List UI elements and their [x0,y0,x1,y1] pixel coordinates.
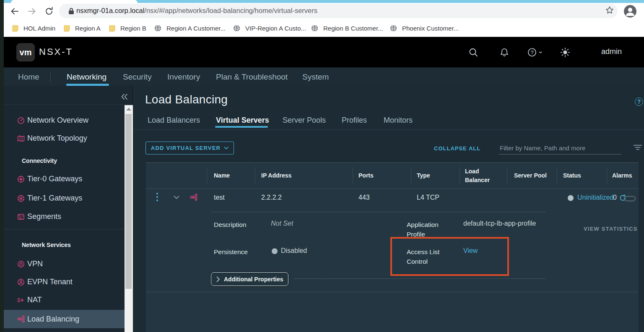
column-header-alarms[interactable]: Alarms [612,171,632,180]
bookmark-vip-region-a[interactable]: VIP-Region A Custo... [233,23,306,33]
column-header-ip-address[interactable]: IP Address [261,171,291,180]
bookmark-label: Phoenix Customer... [402,25,459,32]
bookmark-region-b-customer[interactable]: Region B Customer... [311,23,383,33]
row-menu-kebab-icon[interactable] [156,193,158,202]
column-divider [607,167,607,185]
tab-load-balancers[interactable]: Load Balancers [148,116,200,125]
sidebar-item-segments[interactable]: Segments [4,208,125,226]
filter-input[interactable] [499,142,621,154]
nav-tab-home[interactable]: Home [18,72,39,82]
help-glyph: ? [530,49,533,56]
browser-profile-avatar[interactable] [623,5,634,15]
bookmark-region-a[interactable]: Region A [64,23,101,33]
sidebar-scrollbar[interactable] [125,105,133,332]
add-virtual-server-label: ADD VIRTUAL SERVER [151,145,221,151]
description-value: Not Set [271,220,293,227]
page-title: Load Balancing [145,93,228,106]
url-domain: nsxmgr-01a.corp.local [76,7,144,14]
bookmark-region-b[interactable]: Region B [109,23,146,33]
row-ip-address: 2.2.2.2 [261,194,282,201]
nat-icon [17,296,25,304]
column-divider [507,167,507,185]
icon-glyph [17,296,25,304]
tab-virtual-servers[interactable]: Virtual Servers [216,116,269,125]
view-statistics-link[interactable]: VIEW STATISTICS [584,226,638,232]
help-menu-icon[interactable]: ? [527,47,538,57]
column-header-type[interactable]: Type [417,171,430,180]
bookmarks-bar: HOL Admin Region A Region B Region A Cus… [4,19,644,37]
icon-glyph [17,278,25,286]
collapse-all-button[interactable]: COLLAPSE ALL [434,145,480,152]
sidebar-item-evpn-tenant[interactable]: EVPN Tenant [4,273,125,291]
tab-profiles[interactable]: Profiles [342,116,367,125]
load-balancing-icon [17,315,25,323]
row-load-balancing-icon [190,193,198,201]
top-nav: Home Networking Security Inventory Plan … [4,67,644,86]
sidebar-item-network-overview[interactable]: Network Overview [4,111,125,129]
forward-button[interactable] [26,6,37,17]
bookmark-region-a-customer[interactable]: Region A Customer... [154,23,226,33]
theme-brightness-icon[interactable] [560,47,570,57]
column-header-ports[interactable]: Ports [358,171,374,180]
icon-glyph [174,196,179,199]
bookmark-label: VIP-Region A Custo... [245,25,306,32]
sidebar-item-tier0-gateways[interactable]: Tier-0 Gateways [4,170,125,188]
filter-icon[interactable] [634,145,642,152]
tier1-gateway-icon [17,195,25,202]
details-dotted-divider [293,278,545,279]
scrollbar-thumb[interactable] [125,114,132,289]
vmware-logo[interactable]: vm [16,43,35,62]
tier0-gateway-icon [17,175,25,183]
additional-properties-button[interactable]: Additional Properties [211,272,288,286]
search-icon[interactable] [468,47,478,57]
column-header-name[interactable]: Name [214,171,230,180]
scrollbar-up-arrow[interactable] [126,108,131,111]
row-expand-chevron-icon[interactable] [174,196,179,199]
column-header-load-balancer[interactable]: Load Balancer [465,167,499,185]
nav-tab-plan-troubleshoot[interactable]: Plan & Troubleshoot [216,72,288,82]
notifications-bell-icon[interactable] [499,47,509,57]
bookmark-phoenix-customer[interactable]: Phoenix Customer... [390,23,459,33]
column-divider [353,167,353,185]
virtual-servers-table: Name IP Address Ports Type Load Balancer… [146,162,639,332]
column-divider [460,167,460,185]
reload-button[interactable] [44,6,55,17]
user-menu[interactable]: admin [601,47,622,56]
bookmark-star-icon[interactable] [605,5,616,16]
tab-server-pools[interactable]: Server Pools [283,116,326,125]
nav-tab-security[interactable]: Security [123,72,152,82]
bookmark-label: Region B [120,25,146,32]
globe-icon [233,25,240,32]
sidebar-item-label: Load Balancing [27,315,79,324]
tab-monitors[interactable]: Monitors [384,116,413,125]
browser-active-tab[interactable] [11,0,138,3]
sidebar-item-nat[interactable]: NAT [4,291,125,309]
row-name[interactable]: test [214,194,225,201]
url-path: /nsx/#/app/networks/load-balancing/home/… [144,7,317,14]
page-help-icon[interactable]: ? [635,98,643,106]
back-arrow-icon [9,6,20,17]
nav-tab-networking[interactable]: Networking [67,72,106,82]
url-text[interactable]: nsxmgr-01a.corp.local/nsx/#/app/networks… [76,7,317,15]
sidebar-divider [4,229,125,229]
sidebar-item-network-topology[interactable]: Network Topology [4,129,125,147]
nav-tab-system[interactable]: System [302,72,329,82]
sidebar-item-vpn[interactable]: VPN [4,255,125,273]
column-header-status[interactable]: Status [563,171,581,180]
column-divider [255,167,255,185]
persistence-value: Disabled [281,247,307,255]
nav-tab-inventory[interactable]: Inventory [167,72,200,82]
row-ports: 443 [358,194,370,201]
sidebar-item-tier1-gateways[interactable]: Tier-1 Gateways [4,189,125,207]
collapse-sidebar-icon[interactable] [120,92,129,101]
add-virtual-server-button[interactable]: ADD VIRTUAL SERVER [145,142,234,154]
address-bar[interactable]: nsxmgr-01a.corp.local/nsx/#/app/networks… [59,4,618,18]
bookmark-hol-admin[interactable]: HOL Admin [12,23,55,33]
sidebar-item-load-balancing[interactable]: Load Balancing [4,310,125,328]
column-divider [411,167,411,185]
reload-icon [44,6,55,17]
back-button[interactable] [9,6,20,17]
row-type: L4 TCP [417,194,439,201]
bookmark-label: Region A [75,25,101,32]
column-header-server-pool[interactable]: Server Pool [514,171,547,180]
